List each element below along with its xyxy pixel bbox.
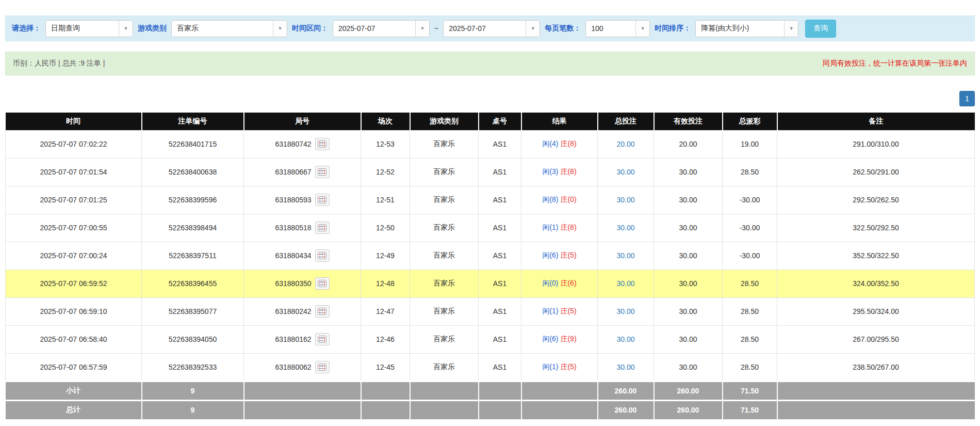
total-bet-link[interactable]: 30.00 xyxy=(616,279,634,288)
result-banker: 庄(5) xyxy=(560,362,576,371)
cell-table: AS1 xyxy=(479,242,521,270)
chevron-down-icon: ▼ xyxy=(119,21,133,37)
cell-payout: 19.00 xyxy=(723,130,777,158)
page-button-1[interactable]: 1 xyxy=(959,91,975,106)
cell-table: AS1 xyxy=(479,186,521,214)
round-detail-button[interactable] xyxy=(315,305,330,318)
cell-table: AS1 xyxy=(479,270,521,297)
search-button[interactable]: 查询 xyxy=(805,20,836,38)
table-row: 2025-07-07 06:57:59 522638392533 6318800… xyxy=(6,353,975,381)
chevron-down-icon: ▼ xyxy=(784,21,798,37)
result-player: 闲(6) xyxy=(542,335,558,343)
bead-road-icon xyxy=(318,364,326,371)
subtotal-label: 小计 xyxy=(6,381,142,400)
col-header-bet-id: 注单编号 xyxy=(142,113,244,130)
total-bet-link[interactable]: 30.00 xyxy=(616,363,634,371)
total-bet-link[interactable]: 30.00 xyxy=(616,196,634,204)
cell-note: 291.00/310.00 xyxy=(777,130,975,158)
cell-total-bet: 20.00 xyxy=(598,130,654,158)
bead-road-icon xyxy=(318,280,326,287)
total-bet-link[interactable]: 30.00 xyxy=(616,307,634,315)
cell-time: 2025-07-07 06:59:52 xyxy=(6,270,142,297)
subtotal-valid-bet: 260.00 xyxy=(654,381,723,400)
result-banker: 庄(5) xyxy=(560,307,576,315)
table-row: 2025-07-07 07:02:22 522638401715 6318807… xyxy=(6,130,975,158)
round-detail-button[interactable] xyxy=(315,277,330,290)
total-bet-link[interactable]: 30.00 xyxy=(616,168,634,176)
cell-valid-bet: 30.00 xyxy=(654,158,723,186)
cell-payout: -30.00 xyxy=(723,242,777,270)
round-detail-button[interactable] xyxy=(315,166,330,178)
bead-road-icon xyxy=(318,252,326,259)
result-player: 闲(1) xyxy=(542,223,558,231)
date-from-select[interactable]: 2025-07-07 ▼ xyxy=(333,20,430,37)
grand-total-valid-bet: 260.00 xyxy=(654,400,723,419)
query-type-label: 请选择： xyxy=(12,24,41,33)
cell-result: 闲(1) 庄(5) xyxy=(521,353,598,381)
result-player: 闲(8) xyxy=(542,195,558,203)
grand-total-total-bet: 260.00 xyxy=(598,400,654,419)
cell-time: 2025-07-07 06:57:59 xyxy=(6,353,142,381)
total-bet-link[interactable]: 30.00 xyxy=(616,224,634,232)
round-id-text: 631880593 xyxy=(275,196,311,204)
bead-road-icon xyxy=(318,336,326,343)
cell-note: 324.00/352.50 xyxy=(777,270,975,297)
page-size-value: 100 xyxy=(591,24,603,33)
cell-payout: 28.50 xyxy=(723,297,777,325)
cell-bet-id: 522638401715 xyxy=(142,130,244,158)
cell-game-type: 百家乐 xyxy=(410,353,479,381)
round-detail-button[interactable] xyxy=(315,194,330,206)
page-size-select[interactable]: 100 ▼ xyxy=(585,20,650,37)
game-type-select[interactable]: 百家乐 ▼ xyxy=(171,20,287,37)
cell-bet-id: 522638392533 xyxy=(142,353,244,381)
game-type-label: 游戏类别 xyxy=(138,24,167,33)
grand-total-row: 总计 9 260.00 260.00 71.50 xyxy=(6,400,975,419)
col-header-payout: 总派彩 xyxy=(723,113,777,130)
subtotal-payout: 71.50 xyxy=(723,381,777,400)
query-type-select[interactable]: 日期查询 ▼ xyxy=(45,20,133,37)
query-type-value: 日期查询 xyxy=(51,24,80,33)
cell-time: 2025-07-07 07:00:55 xyxy=(6,214,142,242)
cell-round-id: 631880062 xyxy=(244,353,361,381)
col-header-valid-bet: 有效投注 xyxy=(654,113,723,130)
cell-note: 322.50/292.50 xyxy=(777,214,975,242)
col-header-table: 桌号 xyxy=(479,113,521,130)
cell-valid-bet: 30.00 xyxy=(654,186,723,214)
cell-time: 2025-07-07 07:01:54 xyxy=(6,158,142,186)
total-bet-link[interactable]: 30.00 xyxy=(616,335,634,343)
cell-game-type: 百家乐 xyxy=(410,242,479,270)
result-banker: 庄(8) xyxy=(560,139,576,148)
cell-total-bet: 30.00 xyxy=(598,214,654,242)
cell-round-id: 631880434 xyxy=(244,242,361,270)
round-detail-button[interactable] xyxy=(315,361,330,373)
cell-note: 238.50/267.00 xyxy=(777,353,975,381)
result-banker: 庄(5) xyxy=(560,251,576,259)
table-row: 2025-07-07 07:01:25 522638399596 6318805… xyxy=(6,186,975,214)
cell-valid-bet: 30.00 xyxy=(654,353,723,381)
round-detail-button[interactable] xyxy=(315,222,330,234)
round-detail-button[interactable] xyxy=(315,249,330,262)
cell-valid-bet: 20.00 xyxy=(654,130,723,158)
date-to-select[interactable]: 2025-07-07 ▼ xyxy=(443,20,540,37)
cell-session: 12-53 xyxy=(361,130,410,158)
result-banker: 庄(8) xyxy=(560,167,576,176)
subtotal-total-bet: 260.00 xyxy=(598,381,654,400)
total-bet-link[interactable]: 30.00 xyxy=(616,251,634,260)
round-detail-button[interactable] xyxy=(315,138,330,150)
cell-bet-id: 522638400638 xyxy=(142,158,244,186)
game-type-value: 百家乐 xyxy=(177,24,199,33)
cell-time: 2025-07-07 07:02:22 xyxy=(6,130,142,158)
cell-valid-bet: 30.00 xyxy=(654,297,723,325)
sort-order-select[interactable]: 降冪(由大到小) ▼ xyxy=(695,20,798,37)
cell-game-type: 百家乐 xyxy=(410,270,479,297)
round-detail-button[interactable] xyxy=(315,333,330,345)
cell-note: 267.00/295.50 xyxy=(777,325,975,353)
cell-table: AS1 xyxy=(479,158,521,186)
cell-bet-id: 522638395077 xyxy=(142,297,244,325)
page-size-label: 每页笔数： xyxy=(545,24,581,33)
result-banker: 庄(0) xyxy=(560,195,576,203)
result-player: 闲(0) xyxy=(542,279,558,287)
total-bet-link[interactable]: 20.00 xyxy=(616,140,634,148)
cell-bet-id: 522638397511 xyxy=(142,242,244,270)
cell-game-type: 百家乐 xyxy=(410,325,479,353)
